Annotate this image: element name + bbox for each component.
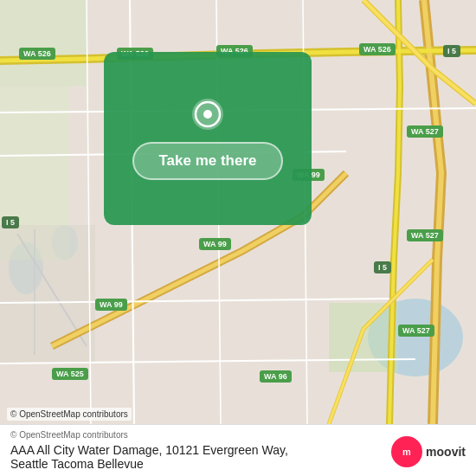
take-me-there-button[interactable]: Take me there [132, 142, 282, 180]
map-pin-icon [190, 97, 225, 132]
bottom-bar: © OpenStreetMap contributors AAA All Cit… [0, 424, 476, 476]
highway-badge-i5-2: I 5 [374, 261, 391, 273]
moovit-logo: m moovit [391, 436, 466, 467]
moovit-icon: m [391, 436, 422, 467]
svg-rect-4 [0, 0, 87, 87]
address-city: Seattle Tacoma Bellevue [10, 457, 144, 471]
map-attribution: © OpenStreetMap contributors [7, 408, 132, 421]
svg-point-13 [203, 110, 212, 119]
highway-badge-wa99-2: WA 99 [199, 238, 231, 250]
svg-text:m: m [402, 447, 411, 457]
highway-badge-i5-3: I 5 [443, 45, 460, 57]
address-main: AAA All City Water Damage, 10121 Evergre… [10, 443, 288, 457]
highway-badge-wa99-3: WA 99 [95, 299, 127, 311]
highway-badge-wa96: WA 96 [260, 370, 292, 383]
highway-badge-wa527-2: WA 527 [407, 229, 443, 241]
moovit-label: moovit [426, 445, 466, 459]
highway-badge-wa526-4: WA 526 [359, 43, 396, 55]
highway-badge-wa527-3: WA 527 [398, 325, 434, 337]
highway-badge-wa525: WA 525 [52, 368, 88, 380]
highway-badge-wa527-1: WA 527 [407, 125, 443, 138]
highway-badge-wa526-1: WA 526 [19, 48, 55, 60]
location-popup: Take me there [104, 52, 312, 225]
highway-badge-i5-1: I 5 [2, 216, 19, 228]
map-container: WA 526 WA 526 WA 526 WA 526 WA 527 WA 99… [0, 0, 476, 424]
svg-rect-8 [0, 225, 95, 363]
